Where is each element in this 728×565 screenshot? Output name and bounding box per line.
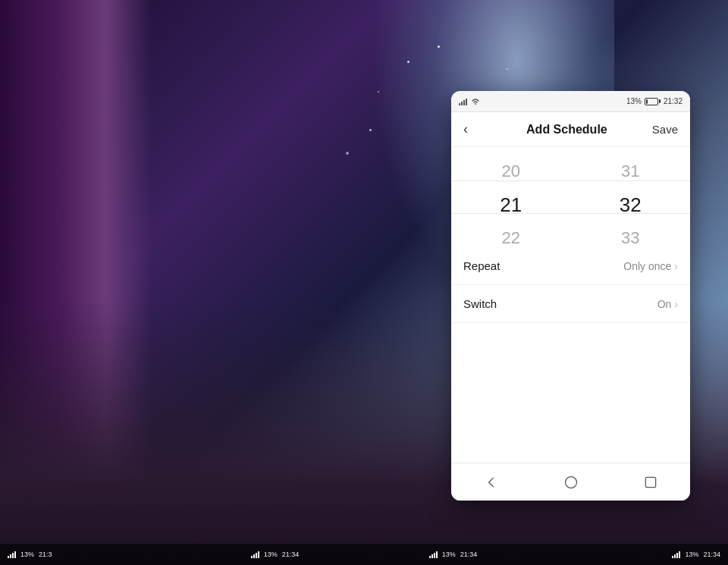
nav-header: ‹ Add Schedule Save xyxy=(451,112,690,147)
nav-recent-button[interactable] xyxy=(639,471,662,494)
switch-label: Switch xyxy=(463,297,497,310)
sig-bar-12 xyxy=(436,551,438,558)
bottom-bar-2: 13% 21:34 xyxy=(186,551,364,558)
switch-value-group: On › xyxy=(657,298,678,310)
bottom-bar-3: 13% 21:34 xyxy=(364,551,542,558)
minute-33: 33 xyxy=(571,221,691,247)
svg-point-4 xyxy=(565,476,576,488)
sig-bar-14 xyxy=(674,554,676,558)
bottom-bar-3-battery: 13% xyxy=(442,551,456,558)
repeat-value: Only once xyxy=(623,260,671,272)
hours-column[interactable]: 20 21 22 xyxy=(451,147,571,247)
repeat-row[interactable]: Repeat Only once › xyxy=(451,247,690,285)
wifi-icon xyxy=(472,98,479,105)
signal-bars-2 xyxy=(251,551,259,558)
status-time: 21:32 xyxy=(664,97,682,105)
nav-back-button[interactable] xyxy=(480,471,503,494)
minutes-column[interactable]: 31 32 33 xyxy=(571,147,691,247)
star-3 xyxy=(438,46,440,48)
hour-22: 22 xyxy=(451,221,571,247)
phone-status-right: 13% 21:32 xyxy=(626,97,682,105)
repeat-chevron-icon: › xyxy=(674,260,678,272)
sig-bar-6 xyxy=(253,554,255,558)
svg-rect-3 xyxy=(466,99,467,105)
switch-row[interactable]: Switch On › xyxy=(451,285,690,323)
bottom-bar-4-battery: 13% xyxy=(685,551,698,558)
page-title: Add Schedule xyxy=(526,123,607,137)
star-2 xyxy=(378,91,379,93)
sig-bar-5 xyxy=(251,556,253,558)
minute-32-selected: 32 xyxy=(571,188,691,221)
sig-bar-8 xyxy=(258,551,259,558)
phone-bottom-nav xyxy=(451,463,690,501)
bottom-bar-1-battery: 13% xyxy=(20,551,34,558)
svg-rect-5 xyxy=(645,477,655,487)
save-button[interactable]: Save xyxy=(652,123,678,136)
sig-bar-4 xyxy=(14,551,16,558)
bottom-bar-2-battery: 13% xyxy=(264,551,278,558)
sig-bar-9 xyxy=(429,556,431,558)
bottom-status-bars: 13% 21:3 13% 21:34 13% 21:34 13% 21:3 xyxy=(0,544,728,565)
bottom-bar-4-time: 21:34 xyxy=(703,551,720,558)
sig-bar-15 xyxy=(676,553,678,558)
signal-icon-1 xyxy=(459,98,469,105)
nav-home-button[interactable] xyxy=(560,471,582,494)
back-button[interactable]: ‹ xyxy=(463,121,482,137)
star-5 xyxy=(346,152,349,155)
star-7 xyxy=(369,129,372,131)
sig-bar-11 xyxy=(434,553,435,558)
minute-31: 31 xyxy=(571,155,691,188)
bottom-bar-4: 13% 21:34 xyxy=(542,551,720,558)
sig-bar-2 xyxy=(10,554,11,558)
bottom-bar-2-time: 21:34 xyxy=(282,551,300,558)
phone-status-bar: 13% 21:32 xyxy=(451,91,690,112)
time-picker-inner: 20 21 22 31 32 33 xyxy=(451,147,690,247)
svg-rect-0 xyxy=(459,103,460,105)
bottom-bar-3-time: 21:34 xyxy=(460,551,478,558)
bottom-bar-1-time: 21:3 xyxy=(39,551,52,558)
star-6 xyxy=(507,68,508,70)
settings-section: Repeat Only once › Switch On › xyxy=(451,247,690,463)
switch-chevron-icon: › xyxy=(674,298,678,310)
sig-bar-7 xyxy=(256,553,257,558)
svg-rect-2 xyxy=(463,100,465,105)
time-picker[interactable]: 20 21 22 31 32 33 xyxy=(451,147,690,247)
sig-bar-10 xyxy=(431,554,433,558)
hour-21-selected: 21 xyxy=(451,188,571,221)
signal-bars-3 xyxy=(429,551,438,558)
svg-rect-1 xyxy=(461,102,463,105)
repeat-value-group: Only once › xyxy=(623,260,678,272)
battery-icon xyxy=(645,98,661,105)
battery-percent: 13% xyxy=(626,97,642,105)
sig-bar-16 xyxy=(679,551,680,558)
sig-bar-13 xyxy=(672,556,673,558)
sig-bar-3 xyxy=(12,553,14,558)
repeat-label: Repeat xyxy=(463,259,500,272)
back-nav-icon xyxy=(484,475,499,490)
recent-nav-icon xyxy=(643,475,658,490)
bottom-bar-1: 13% 21:3 xyxy=(8,551,186,558)
signal-bars-1 xyxy=(8,551,16,558)
hour-20: 20 xyxy=(451,155,571,188)
signal-bars-4 xyxy=(672,551,680,558)
switch-value: On xyxy=(657,298,672,310)
home-nav-icon xyxy=(563,475,579,490)
phone-panel: 13% 21:32 ‹ Add Schedule Save 20 21 22 xyxy=(451,91,690,501)
phone-status-left xyxy=(459,98,479,105)
sig-bar-1 xyxy=(8,556,9,558)
star-1 xyxy=(407,61,410,63)
